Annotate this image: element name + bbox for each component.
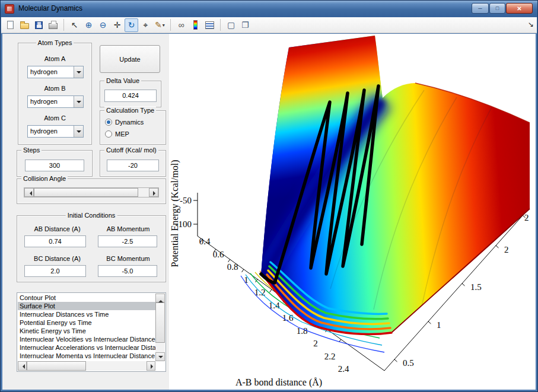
list-item[interactable]: Kinetic Energy vs Time [18,327,155,335]
listbox-vscrollbar[interactable] [155,294,165,361]
right-tick-label: 0.5 [403,358,414,368]
bc-distance-field[interactable]: 2.0 [24,265,86,277]
ab-momentum-label: AB Momentum [95,225,161,232]
x-axis-label: A-B bond distance (Å) [235,377,322,388]
cutoff-panel: Cutoff (Kcal/ mol) -20 [100,150,166,177]
figure-toolbar: ↖⊕⊖✛↻⌖✎▾∞▢❐ ↘ [1,17,537,33]
list-item[interactable]: Internuclear Accelerations vs Internucle… [18,343,155,352]
atom-b-value: hydrogen [30,96,72,107]
insert-legend-icon[interactable] [203,18,217,32]
surface-plot[interactable]: -50 -100 Potential Energy (Kcal/mol) [169,34,536,390]
scroll-right-icon[interactable] [147,361,155,371]
slider-left-arrow-icon[interactable] [24,188,34,197]
maximize-button[interactable]: □ [489,3,505,14]
toolbar-separator [170,19,171,31]
update-button[interactable]: Update [100,45,160,73]
dock-figure-icon[interactable]: ↘ [528,20,534,28]
window-title: Molecular Dynamics [18,1,82,17]
collision-angle-panel: Collision Angle [17,179,166,204]
scroll-left-icon[interactable] [18,361,27,371]
y-axis-label: Potential Energy (Kcal/mol) [170,160,180,267]
bc-momentum-field[interactable]: -5.0 [98,265,157,277]
list-item[interactable]: Surface Plot [18,302,155,310]
vscroll-thumb[interactable] [155,302,165,343]
bc-distance-label: BC Distance (A) [23,255,91,262]
scroll-down-icon[interactable] [155,352,165,361]
x-tick-label: 2 [313,339,318,348]
print-figure-icon[interactable] [46,18,60,32]
atom-a-select[interactable]: hydrogen [27,66,84,78]
minimize-button[interactable]: ─ [472,3,489,14]
chevron-down-icon[interactable] [74,96,83,107]
atom-b-select[interactable]: hydrogen [27,95,84,108]
list-item[interactable]: Potential Energy vs Time [18,318,155,327]
slider-right-arrow-icon[interactable] [149,188,158,197]
rotate-3d-icon[interactable]: ↻ [125,18,138,32]
radio-mep[interactable]: MEP [105,130,129,138]
atom-a-label: Atom A [18,55,91,62]
atom-c-value: hydrogen [30,126,72,137]
bc-momentum-label: BC Momentum [95,255,161,262]
data-cursor-icon[interactable]: ⌖ [139,18,152,32]
window-icon [5,4,14,14]
hide-plot-tools-icon[interactable]: ▢ [224,18,238,32]
atom-c-label: Atom C [18,114,91,122]
radio-icon[interactable] [105,119,112,126]
show-plot-tools-icon[interactable]: ❐ [238,18,252,32]
save-figure-icon[interactable] [32,18,46,32]
plot-type-listbox[interactable]: Contour PlotSurface PlotInternuclear Dis… [17,292,166,372]
titlebar[interactable]: Molecular Dynamics ─ □ ✕ [1,1,537,17]
delta-value-field[interactable]: 0.424 [104,90,157,102]
listbox-hscrollbar[interactable] [18,361,155,371]
toolbar-items: ↖⊕⊖✛↻⌖✎▾∞▢❐ [4,18,252,32]
initial-conditions-panel: Initial Conditions AB Distance (A) AB Mo… [17,215,166,282]
atom-b-label: Atom B [18,85,91,92]
radio-dynamics[interactable]: Dynamics [105,119,144,126]
edit-plot-icon[interactable]: ↖ [68,18,81,32]
steps-field[interactable]: 300 [25,160,84,171]
right-tick-label: 2 [524,213,529,222]
z-tick-label: -50 [180,196,192,205]
chevron-down-icon[interactable] [74,66,83,78]
steps-panel: Steps 300 [17,150,93,177]
scroll-up-icon[interactable] [155,294,165,302]
cutoff-title: Cutoff (Kcal/ mol) [104,146,158,154]
insert-colorbar-icon[interactable] [189,18,202,32]
hscroll-thumb[interactable] [27,361,86,371]
open-file-icon[interactable] [18,18,31,32]
zoom-out-icon[interactable]: ⊖ [96,18,110,32]
atom-types-title: Atom Types [36,39,74,46]
delta-value-title: Delta Value [104,77,141,84]
slider-thumb[interactable] [34,188,138,197]
brush-icon[interactable]: ✎▾ [153,18,167,32]
z-axis: -50 -100 Potential Energy (Kcal/mol) [170,160,198,267]
ab-momentum-field[interactable]: -2.5 [98,235,157,247]
list-item[interactable]: Internuclear Momenta vs Internuclear Dis… [18,352,155,360]
ab-distance-field[interactable]: 0.74 [24,235,86,247]
link-plot-icon[interactable]: ∞ [174,18,188,32]
right-tick-label: 1.5 [470,282,482,292]
atom-c-select[interactable]: hydrogen [27,125,84,138]
app-window: Molecular Dynamics ─ □ ✕ ↖⊕⊖✛↻⌖✎▾∞▢❐ ↘ A… [0,0,538,392]
calculation-type-panel: Calculation Type Dynamics MEP [100,110,166,145]
figure-client-area: Atom Types Atom A hydrogen Atom B hydrog… [2,34,536,390]
chevron-down-icon[interactable] [74,126,83,137]
right-tick-label: 2 [504,245,509,254]
plot-area[interactable]: -50 -100 Potential Energy (Kcal/mol) [169,34,536,390]
right-tick-label: 1 [437,320,441,330]
ab-distance-label: AB Distance (A) [23,225,91,232]
cutoff-field[interactable]: -20 [107,160,159,171]
x-tick-label: 2.2 [324,352,336,361]
radio-icon[interactable] [105,130,112,138]
list-item[interactable]: Contour Plot [18,294,155,302]
zoom-in-icon[interactable]: ⊕ [82,18,95,32]
new-figure-icon[interactable] [4,18,17,32]
collision-angle-slider[interactable] [24,187,159,197]
pan-icon[interactable]: ✛ [110,18,124,32]
plot-type-listbox-items: Contour PlotSurface PlotInternuclear Dis… [18,294,155,361]
delta-value-panel: Delta Value 0.424 [100,81,161,107]
close-button[interactable]: ✕ [506,3,533,14]
x-tick-label: 0.6 [213,250,224,259]
list-item[interactable]: Internuclear Distances vs Time [18,310,155,318]
list-item[interactable]: Internuclear Velocities vs Internuclear … [18,335,155,343]
